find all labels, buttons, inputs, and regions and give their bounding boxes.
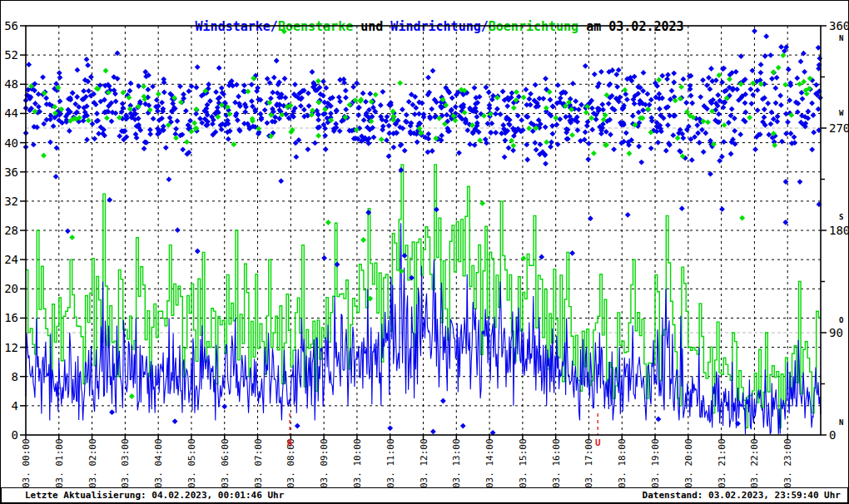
left-tick-label: 40	[4, 136, 18, 150]
x-tick-label: 03. 23:00	[782, 438, 793, 488]
x-tick-label: 03. 14:00	[484, 438, 495, 488]
x-tick-label: 03. 17:00	[583, 438, 594, 488]
x-tick-label: 03. 00:00	[21, 438, 32, 488]
sun-marker-label: A	[287, 437, 293, 448]
x-tick-label: 03. 07:00	[253, 438, 264, 488]
x-tick-label: 03. 03:00	[120, 438, 131, 488]
x-tick-label: 03. 18:00	[617, 438, 628, 488]
status-bar: Letzte Aktualisierung: 04.02.2023, 00:01…	[1, 487, 848, 503]
compass-letter: N	[839, 34, 843, 42]
x-tick-label: 03. 21:00	[717, 438, 727, 488]
left-tick-label: 24	[4, 253, 18, 266]
right-tick-label: 360	[829, 19, 849, 32]
left-tick-label: 36	[4, 166, 18, 179]
right-tick-label: 0	[829, 428, 836, 442]
right-tick-label: 90	[829, 326, 843, 339]
left-tick-label: 16	[4, 311, 18, 324]
x-tick-label: 03. 09:00	[319, 438, 330, 488]
x-tick-label: 03. 02:00	[87, 438, 98, 488]
x-tick-label: 03. 01:00	[54, 438, 65, 488]
last-update-text: Letzte Aktualisierung: 04.02.2023, 00:01…	[25, 490, 284, 501]
right-tick-label: 180	[829, 224, 849, 237]
wind-chart-plot: 03. 00:0003. 01:0003. 02:0003. 03:0003. …	[1, 1, 849, 488]
compass-letter: S	[839, 213, 843, 221]
left-tick-label: 44	[4, 106, 18, 120]
left-tick-label: 0	[12, 428, 18, 442]
compass-letter: N	[839, 418, 843, 427]
compass-letter: W	[839, 109, 844, 117]
weather-chart-window: Windstarke/Boenstarke und Windrichtung/B…	[0, 0, 849, 504]
left-tick-label: 28	[4, 224, 18, 237]
x-tick-label: 03. 11:00	[385, 438, 396, 488]
compass-letter: O	[839, 316, 844, 324]
sun-marker-label: U	[595, 437, 601, 448]
left-tick-label: 20	[4, 282, 18, 295]
x-tick-label: 03. 15:00	[518, 438, 529, 488]
left-tick-label: 32	[4, 195, 18, 208]
x-tick-label: 03. 04:00	[153, 438, 164, 488]
x-tick-label: 03. 05:00	[186, 438, 197, 488]
x-tick-label: 03. 12:00	[419, 438, 429, 488]
left-tick-label: 48	[4, 77, 18, 91]
right-tick-label: 270	[829, 121, 849, 135]
x-tick-label: 03. 20:00	[683, 438, 694, 488]
left-tick-label: 4	[12, 399, 18, 413]
data-timestamp-text: Datenstand: 03.02.2023, 23:59:40 Uhr	[643, 490, 841, 501]
left-tick-label: 52	[4, 48, 18, 62]
x-tick-label: 03. 13:00	[451, 438, 462, 488]
left-tick-label: 56	[4, 19, 18, 32]
left-tick-label: 8	[12, 370, 18, 383]
x-tick-label: 03. 06:00	[220, 438, 231, 488]
x-tick-label: 03. 19:00	[650, 438, 661, 488]
x-tick-label: 03. 22:00	[749, 438, 760, 488]
left-tick-label: 12	[4, 341, 18, 354]
x-tick-label: 03. 16:00	[551, 438, 562, 488]
x-tick-label: 03. 10:00	[352, 438, 363, 488]
